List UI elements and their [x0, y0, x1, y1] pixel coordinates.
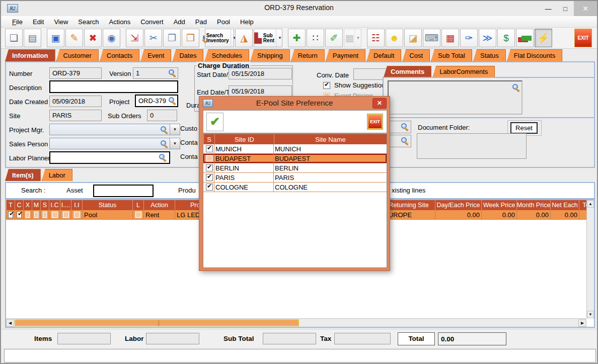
labor-total-field[interactable] — [146, 333, 199, 344]
items-horizontal-scrollbar[interactable]: ◀ ▶ — [6, 318, 586, 327]
add-item-button[interactable]: ✚ — [288, 29, 306, 47]
dialog-exit-button[interactable]: EXIT — [367, 114, 383, 129]
rubik-cube-button[interactable]: ▦ — [441, 29, 459, 47]
transfer-document-button[interactable]: ⇲ — [126, 29, 143, 47]
site-select-checkbox[interactable] — [206, 174, 213, 181]
delivery-truck-button[interactable] — [516, 29, 534, 47]
tab-status[interactable]: Status — [473, 49, 506, 61]
horizontal-scroll-thumb[interactable] — [15, 319, 299, 326]
project-mgr-combo[interactable]: ▼ — [49, 124, 180, 135]
project-mgr-lookup-icon[interactable] — [161, 126, 166, 132]
tab-comments[interactable]: Comments — [384, 66, 431, 77]
item-checkbox[interactable] — [73, 211, 81, 218]
asset-search-input[interactable] — [93, 185, 154, 197]
site-row[interactable]: PARISPARIS — [203, 173, 387, 183]
menu-item-file[interactable]: File — [7, 17, 28, 27]
shapes-3d-button[interactable]: ◮ — [235, 29, 253, 47]
calendar-dropdown-icon[interactable]: ▼ — [354, 29, 360, 47]
menu-item-convert[interactable]: Convert — [135, 17, 169, 27]
notes-button[interactable]: ✐ — [325, 29, 343, 47]
tab-contacts[interactable]: Contacts — [100, 49, 139, 61]
org-chart-button[interactable]: ☷ — [367, 29, 385, 47]
tab-item-s[interactable]: Item(s) — [5, 169, 41, 181]
edit-pencil-button[interactable]: ✎ — [65, 29, 83, 47]
site-row[interactable]: MUNICHMUNICH — [203, 144, 387, 154]
site-select-checkbox[interactable] — [206, 145, 213, 152]
tab-customer[interactable]: Customer — [56, 49, 99, 61]
menu-item-help[interactable]: Help — [235, 17, 259, 27]
site-select-checkbox[interactable] — [206, 184, 213, 191]
contact-lookup-icon[interactable] — [401, 137, 407, 143]
dialog-close-icon[interactable]: ✕ — [372, 98, 387, 109]
comments-textarea[interactable] — [388, 80, 522, 115]
customer-lookup-icon[interactable] — [401, 123, 407, 129]
confirm-button[interactable]: ✔ — [206, 113, 223, 131]
tab-dates[interactable]: Dates — [172, 49, 203, 61]
menu-item-pad[interactable]: Pad — [190, 17, 212, 27]
menu-item-add[interactable]: Add — [169, 17, 190, 27]
minimize-button[interactable]: — — [540, 1, 557, 16]
item-checkbox[interactable] — [62, 211, 69, 218]
lightning-button[interactable]: ⚡ — [535, 29, 552, 47]
items-vertical-scrollbar[interactable]: ▲ ▼ — [586, 200, 594, 318]
tab-sub-total[interactable]: Sub Total — [431, 49, 472, 61]
delete-button[interactable]: ✖ — [84, 29, 102, 47]
paste-button[interactable]: ❒ — [182, 29, 199, 47]
tab-return[interactable]: Return — [291, 49, 325, 61]
tab-cost[interactable]: Cost — [402, 49, 430, 61]
menu-item-pool[interactable]: Pool — [212, 17, 235, 27]
reset-button[interactable]: Reset — [510, 122, 538, 134]
end-date-field[interactable] — [229, 85, 292, 97]
labor-planner-lookup-icon[interactable] — [159, 154, 165, 159]
scroll-down-icon[interactable]: ▼ — [587, 311, 594, 318]
scroll-right-icon[interactable]: ▶ — [578, 319, 586, 327]
item-checkbox[interactable] — [42, 211, 47, 218]
find-binoculars-button[interactable]: ◉ — [103, 29, 120, 47]
sub-rent-button[interactable]: ▙Sub Rent▼ — [254, 29, 282, 47]
pool-balls-button[interactable]: ∷ — [307, 29, 324, 47]
items-total-field[interactable] — [57, 333, 111, 344]
site-select-checkbox[interactable] — [206, 155, 213, 162]
tab-shipping[interactable]: Shipping — [250, 49, 290, 61]
site-row[interactable]: COLOGNECOLOGNE — [203, 183, 387, 192]
tab-schedules[interactable]: Schedules — [204, 49, 249, 61]
tab-flat-discounts[interactable]: Flat Discounts — [507, 49, 562, 61]
project-mgr-dropdown-icon[interactable]: ▼ — [170, 124, 180, 135]
sales-person-lookup-icon[interactable] — [161, 140, 166, 146]
menu-item-search[interactable]: Search — [73, 17, 104, 27]
sub-orders-field[interactable] — [147, 110, 177, 121]
exit-button[interactable]: EXIT — [574, 29, 592, 47]
copy-button[interactable]: ❐ — [163, 29, 181, 47]
scroll-left-icon[interactable]: ◀ — [6, 319, 14, 327]
cut-button[interactable]: ✂ — [144, 29, 162, 47]
tab-event[interactable]: Event — [140, 49, 171, 61]
item-checkbox[interactable] — [8, 211, 13, 218]
tab-laborcomments[interactable]: LaborComments — [432, 66, 495, 77]
menu-item-actions[interactable]: Actions — [104, 17, 136, 27]
site-row[interactable]: BUDAPESTBUDAPEST — [203, 154, 387, 163]
maximize-button[interactable]: □ — [557, 1, 574, 16]
scroll-up-icon[interactable]: ▲ — [587, 200, 594, 208]
sales-person-combo[interactable]: ▼ — [49, 138, 180, 149]
item-checkbox[interactable] — [17, 211, 22, 218]
dollar-notes-button[interactable]: $ — [497, 29, 515, 47]
site-field[interactable] — [49, 110, 102, 121]
version-lookup-icon[interactable] — [169, 69, 174, 75]
labor-planner-field[interactable] — [49, 151, 170, 164]
save-button[interactable]: ▣ — [47, 29, 64, 47]
item-checkbox[interactable] — [25, 211, 30, 218]
print-button[interactable]: ▤ — [24, 29, 41, 47]
project-lookup-icon[interactable] — [169, 97, 174, 103]
tab-information[interactable]: Information — [5, 49, 55, 61]
dollar-forward-button[interactable]: ≫ — [479, 29, 496, 47]
description-field[interactable] — [49, 80, 178, 93]
search-inventory-button[interactable]: Search Inventory▼ — [205, 29, 234, 47]
new-document-button[interactable]: ❏ — [5, 29, 23, 47]
item-checkbox[interactable] — [34, 211, 39, 218]
site-row[interactable]: BERLINBERLIN — [203, 163, 387, 173]
item-checkbox[interactable] — [51, 211, 58, 218]
calendar-button[interactable]: ▦▼ — [344, 29, 361, 47]
tax-field[interactable] — [334, 333, 391, 344]
show-suggestions-checkbox[interactable] — [323, 82, 330, 89]
sub-rent-dropdown-icon[interactable]: ▼ — [276, 29, 282, 47]
